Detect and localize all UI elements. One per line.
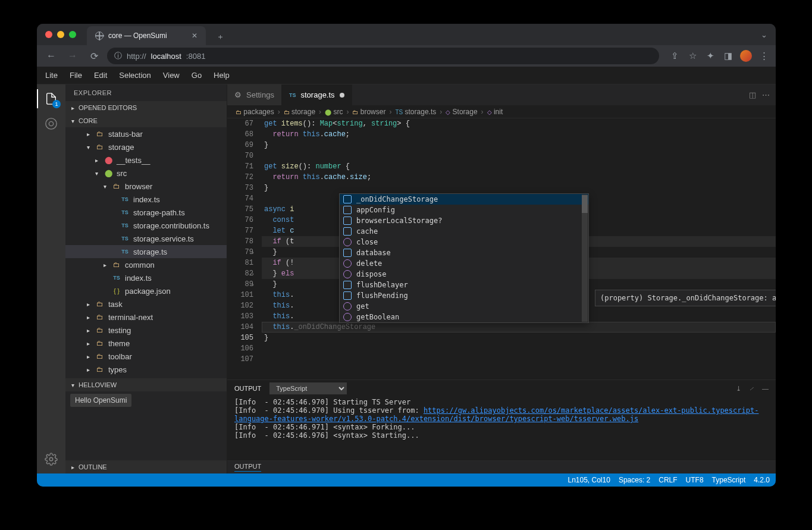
kebab-icon[interactable]: ⋮ xyxy=(758,51,770,61)
svg-point-1 xyxy=(49,121,53,126)
menu-selection[interactable]: Selection xyxy=(119,71,151,80)
code-editor[interactable]: 67 686970717273747576777879›8182›89›1011… xyxy=(227,118,776,380)
workspace-section[interactable]: ▾ CORE xyxy=(65,114,227,127)
output-body[interactable]: [Info - 02:45:46.970] Starting TS Server… xyxy=(227,397,776,460)
sidepanel-icon[interactable]: ◨ xyxy=(722,51,734,61)
chevron-icon: ▾ xyxy=(84,144,92,150)
breadcrumb-item[interactable]: 🗀 browser xyxy=(352,108,385,116)
tree-item[interactable]: ▸🗀common xyxy=(65,258,227,271)
breadcrumb-item[interactable]: ◇ init xyxy=(487,108,503,116)
breadcrumb-item[interactable]: 🗀 packages xyxy=(236,108,274,116)
tree-item[interactable]: ▸🗀terminal-next xyxy=(65,311,227,324)
suggestion-item[interactable]: appConfig xyxy=(340,205,588,215)
opened-editors-section[interactable]: ▸ OPENED EDITORS xyxy=(65,101,227,114)
minimize-window-button[interactable] xyxy=(57,31,64,38)
share-icon[interactable]: ⇪ xyxy=(669,51,681,61)
maximize-window-button[interactable] xyxy=(69,31,76,38)
tree-item[interactable]: TSindex.ts xyxy=(65,271,227,284)
forward-button[interactable]: → xyxy=(64,48,81,64)
tree-label: index.ts xyxy=(133,195,160,204)
more-icon[interactable]: ⋯ xyxy=(762,90,770,99)
editor-tab[interactable]: ⚙Settings xyxy=(227,84,282,105)
tab-label: Settings xyxy=(246,90,274,99)
back-button[interactable]: ← xyxy=(43,48,59,64)
url-input[interactable]: ⓘ http://localhost:8081 xyxy=(107,48,659,64)
breadcrumb[interactable]: 🗀 packages›🗀 storage›⬤ src›🗀 browser›TS … xyxy=(227,105,776,118)
tree-item[interactable]: ▾🗀browser xyxy=(65,180,227,193)
tree-item[interactable]: ▸🗀status-bar xyxy=(65,127,227,140)
browser-tab[interactable]: core — OpenSumi ✕ xyxy=(87,26,206,45)
explorer-activity-icon[interactable]: 1 xyxy=(43,90,59,107)
tree-label: storage xyxy=(108,143,134,152)
new-tab-button[interactable]: ＋ xyxy=(212,29,228,45)
status-lncol[interactable]: Ln105, Col10 xyxy=(568,476,610,484)
browser-tabstrip: core — OpenSumi ✕ ＋ xyxy=(87,24,761,45)
maximize-panel-icon[interactable]: — xyxy=(762,385,769,393)
tree-item[interactable]: ▸🗀types xyxy=(65,363,227,376)
tree-item[interactable]: { }package.json xyxy=(65,284,227,297)
status-spaces[interactable]: Spaces: 2 xyxy=(619,476,650,484)
suggestion-item[interactable]: flushPending xyxy=(340,290,588,301)
clear-icon[interactable]: ⟋ xyxy=(748,385,755,393)
tree-item[interactable]: TSstorage.contribution.ts xyxy=(65,219,227,232)
extensions-icon[interactable]: ✦ xyxy=(704,51,716,61)
lock-scroll-icon[interactable]: ⤓ xyxy=(736,385,741,393)
browser-tab-title: core — OpenSumi xyxy=(108,32,167,40)
suggestion-item[interactable]: flushDelayer xyxy=(340,280,588,290)
avatar[interactable] xyxy=(740,50,752,62)
breadcrumb-item[interactable]: 🗀 storage xyxy=(284,108,315,116)
output-channel-select[interactable]: TypeScript xyxy=(269,382,347,394)
star-icon[interactable]: ☆ xyxy=(686,51,698,61)
suggestion-item[interactable]: dispose xyxy=(340,269,588,280)
tree-item[interactable]: TSstorage.ts xyxy=(65,245,227,258)
panel-footer-tab[interactable]: OUTPUT xyxy=(227,460,776,473)
suggestion-item[interactable]: browserLocalStorage? xyxy=(340,215,588,226)
tree-item[interactable]: ▸⬤__tests__ xyxy=(65,153,227,167)
menu-lite[interactable]: Lite xyxy=(45,71,58,80)
menu-edit[interactable]: Edit xyxy=(94,71,107,80)
close-tab-icon[interactable]: ✕ xyxy=(192,32,197,40)
status-encoding[interactable]: UTF8 xyxy=(686,476,704,484)
tree-item[interactable]: ▸🗀toolbar xyxy=(65,350,227,363)
suggestion-item[interactable]: get xyxy=(340,301,588,312)
close-window-button[interactable] xyxy=(45,31,52,38)
status-language[interactable]: TypeScript xyxy=(712,476,746,484)
menu-file[interactable]: File xyxy=(70,71,82,80)
tree-item[interactable]: ▾⬤src xyxy=(65,167,227,180)
suggestion-item[interactable]: close xyxy=(340,237,588,247)
menu-go[interactable]: Go xyxy=(192,71,202,80)
output-link[interactable]: https://gw.alipayobjects.com/os/marketpl… xyxy=(234,406,758,423)
tree-item[interactable]: ▸🗀testing xyxy=(65,324,227,337)
suggestion-item[interactable]: database xyxy=(340,247,588,258)
code-body[interactable]: get items(): Map<string, string> { retur… xyxy=(262,118,776,380)
scm-activity-icon[interactable] xyxy=(43,115,59,132)
menu-view[interactable]: View xyxy=(163,71,180,80)
status-eol[interactable]: CRLF xyxy=(659,476,677,484)
tree-item[interactable]: TSstorage-path.ts xyxy=(65,206,227,219)
tree-item[interactable]: TSindex.ts xyxy=(65,193,227,206)
menu-help[interactable]: Help xyxy=(214,71,230,80)
output-tab[interactable]: OUTPUT xyxy=(234,385,261,392)
status-version[interactable]: 4.2.0 xyxy=(754,476,770,484)
tree-label: testing xyxy=(108,326,131,335)
editor-tab[interactable]: TSstorage.ts xyxy=(282,84,352,105)
tree-item[interactable]: ▸🗀theme xyxy=(65,337,227,350)
tree-item[interactable]: ▾🗀storage xyxy=(65,140,227,153)
breadcrumb-item[interactable]: TS storage.ts xyxy=(395,108,436,116)
split-editor-icon[interactable]: ◫ xyxy=(749,90,756,99)
suggestion-item[interactable]: getBoolean xyxy=(340,312,588,322)
helloview-section[interactable]: ▾ HELLOVIEW xyxy=(65,378,227,391)
suggestion-item[interactable]: delete xyxy=(340,258,588,269)
reload-button[interactable]: ⟳ xyxy=(86,48,102,64)
breadcrumb-item[interactable]: ◇ Storage xyxy=(446,108,477,116)
suggest-widget[interactable]: _onDidChangeStorageappConfigbrowserLocal… xyxy=(339,193,589,323)
suggestion-item[interactable]: _onDidChangeStorage xyxy=(340,194,588,205)
breadcrumb-item[interactable]: ⬤ src xyxy=(325,108,343,116)
outline-section[interactable]: ▸ OUTLINE xyxy=(65,460,227,473)
tree-item[interactable]: ▸🗀task xyxy=(65,297,227,311)
suggestion-item[interactable]: cache xyxy=(340,226,588,237)
tree-item[interactable]: TSstorage.service.ts xyxy=(65,232,227,245)
chevron-down-icon[interactable]: ⌄ xyxy=(761,30,767,39)
tree-label: src xyxy=(117,169,127,178)
settings-activity-icon[interactable] xyxy=(43,451,59,468)
